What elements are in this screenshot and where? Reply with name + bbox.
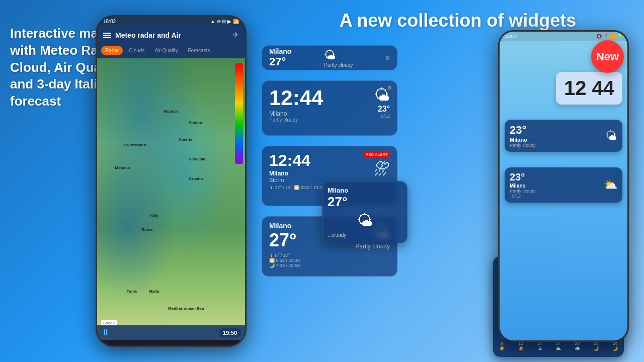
plane-icon: ✈ [232,30,239,40]
w3-alert: RED ALERT [364,151,390,158]
w2-temp: 23° [374,105,390,114]
map-label-italy: Italy [150,213,158,218]
prws-icon: 🌤 [605,129,617,143]
tab-forecasts[interactable]: Forecasts [184,46,214,55]
w4-sub1: 🌡 8° / 17° [269,253,390,258]
map-time-badge: 19:50 [219,328,241,337]
phone-right-icons: 🔇 📍 📶 🔋 [596,34,622,39]
map-label-monaco: Monaco [115,165,130,170]
page-title: A new collection of widgets [322,10,594,31]
widget-milano-overlay: Milano 27° 🌤 ...cloudy [322,181,408,243]
w4-sub3: 🌙 7:29 / 18:50 [269,263,390,268]
w1-icon: 🌤 [324,48,353,62]
w2-city: Milano [269,110,323,117]
w4-desc: Partly cloudy [355,243,390,250]
tab-bar: Radar Clouds Air Quality Forecasts [97,44,245,58]
prwm-icon: ⛅ [604,178,617,192]
w2-time: 12:44 [269,86,323,110]
map-label-croatia: Croatia [189,176,203,181]
w3-time: 12:44 [269,151,310,170]
prws-temp: 23° [510,124,536,137]
phone-right-status: 18:04 🔇 📍 📶 🔋 [500,32,627,41]
phone-right-widget-medium: 23° Milano Partly cloudy ↓9/12 ⛅ [505,167,622,203]
map-color-legend [235,63,243,164]
w2-settings-icon[interactable]: ⚙ [387,85,392,90]
prwm-city: Milano [510,183,536,189]
map-label-vienna: Vienna [189,120,202,125]
map-area: Munich Vienna Switzerland Austria Sloven… [97,58,245,340]
phone-app-bar: Meteo radar and Air ✈ [97,26,245,44]
wmo-city: Milano [328,187,402,194]
wmo-temp: 27° [328,194,402,210]
tab-radar[interactable]: Radar [101,46,123,55]
map-bottom-bar: ⏸ 19:50 [97,325,245,340]
w3-city: Milano [269,170,310,177]
map-label-switzerland: Switzerland [124,143,146,147]
phone-right-widget-small: 23° Milano Partly cloudy 🌤 [505,120,622,152]
w1-settings-icon[interactable]: ⚙ [385,55,390,61]
prws-desc: Partly cloudy [510,143,536,148]
phone-left-time: 18:02 [103,19,116,24]
w4-city: Milano [269,222,296,230]
map-label-tunis: Tunis [127,289,137,294]
map-label-rome: Rome [141,227,152,232]
map-label-mediterranean: Mediterranean Sea [168,306,204,311]
map-label-slovenia: Slovenia [189,157,205,161]
phone-right-time: 18:04 [505,34,516,39]
widget-time-weather: 12:44 Milano Partly cloudy 🌤 23° ↓9/12 ⚙ [262,80,397,136]
tab-air-quality[interactable]: Air Quality [150,46,182,55]
map-label-munich: Munich [164,109,178,114]
w4-temp: 27° [269,230,296,251]
w3-icon: ⛈ [374,160,390,178]
widget-milano-small: Milano 27° 🌤 Partly cloudy ⚙ [262,45,397,70]
phone-right: 18:04 🔇 📍 📶 🔋 12 44 23° Milano Partly cl… [498,30,629,342]
prws-city: Milano [510,137,536,143]
w2-sub: ↓9/12 [374,114,390,119]
prwm-temp: 23° [510,171,536,183]
prwm-sub: ↓9/12 [510,194,536,199]
map-label-malta: Malta [149,289,159,294]
phone-right-clock: 12 44 [556,72,622,105]
phone-left: 18:02 ▲ ⊕ ⊞ ▶ 📶 Meteo radar and Air ✈ Ra… [96,15,247,347]
new-badge: New [591,40,624,73]
w3-desc: Storm [269,177,310,183]
w2-desc: Partly cloudy [269,117,323,123]
wmo-desc: ...cloudy [328,232,402,238]
map-label-austria: Austria [179,137,193,142]
w1-desc: Partly cloudy [324,62,353,68]
app-bar-title: Meteo radar and Air [115,31,228,39]
w1-city: Milano [269,47,291,55]
phone-left-icons: ▲ ⊕ ⊞ ▶ 📶 [210,19,239,24]
prwm-desc: Partly cloudy [510,189,536,194]
hamburger-icon[interactable] [103,33,111,38]
wl-h0: 8 [499,341,505,346]
w1-temp: 27° [269,55,291,68]
tab-clouds[interactable]: Clouds [125,46,148,55]
wmo-icon: 🌤 [357,212,373,230]
w4-sub2: 🌅 8:32 / 19:30 [269,258,390,263]
pause-icon[interactable]: ⏸ [101,327,110,338]
phone-left-status-bar: 18:02 ▲ ⊕ ⊞ ▶ 📶 [97,17,245,26]
